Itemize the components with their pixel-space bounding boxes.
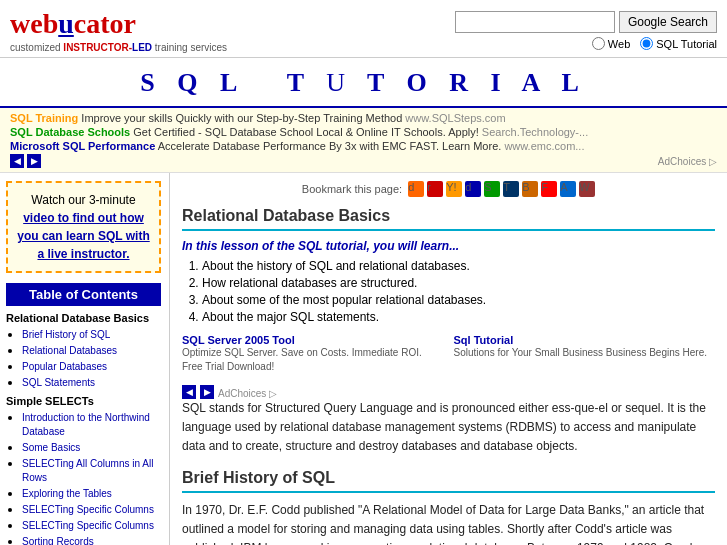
list-item: Brief History of SQL (22, 327, 161, 341)
bookmark-icon-3[interactable]: Y! (446, 181, 462, 197)
toc-section-0-items: Brief History of SQL Relational Database… (6, 327, 161, 389)
toc-link[interactable]: SELECTing Specific Columns (22, 504, 154, 515)
list-item: Some Basics (22, 440, 161, 454)
toc-link[interactable]: Popular Databases (22, 361, 107, 372)
brief-title: Brief History of SQL (182, 469, 715, 493)
bookmark-icon-2[interactable]: r (427, 181, 443, 197)
toc-heading: Table of Contents (6, 283, 161, 306)
content-ad-1: SQL Server 2005 Tool Optimize SQL Server… (182, 334, 444, 374)
sql-desc: SQL stands for Structured Query Language… (182, 399, 715, 457)
ad-url-1: www.SQLSteps.com (405, 112, 505, 124)
radio-web-label: Web (608, 38, 630, 50)
ad-link-1[interactable]: SQL Training (10, 112, 78, 124)
list-item: Exploring the Tables (22, 486, 161, 500)
ad-text-2: Get Certified - SQL Database School Loca… (133, 126, 482, 138)
bookmark-icon-1[interactable]: d (408, 181, 424, 197)
toc-section-1-items: Introduction to the Northwind Database S… (6, 410, 161, 545)
list-item: Popular Databases (22, 359, 161, 373)
logo-area: webucator customized INSTRUCTOR-LED trai… (10, 8, 227, 53)
logo-web: web (10, 8, 58, 39)
promo-line1: Watch our 3-minute (31, 193, 135, 207)
toc-section-1-title: Simple SELECTs (6, 395, 161, 407)
lesson-list: About the history of SQL and relational … (182, 259, 715, 324)
main: Watch our 3-minute video to find out how… (0, 173, 727, 545)
promo-link[interactable]: video to find out how you can learn SQL … (17, 211, 149, 261)
bookmark-icon-8[interactable]: F (541, 181, 557, 197)
logo-cator: cator (74, 8, 136, 39)
bookmark-icon-7[interactable]: B (522, 181, 538, 197)
content-ad-text-2: Solutions for Your Small Business Busine… (454, 346, 716, 360)
bookmark-icons: d r Y! d S T B F A W (408, 181, 595, 197)
tagline-led: LED (132, 42, 152, 53)
content-next-arrow[interactable]: ▶ (200, 385, 214, 399)
bookmark-icon-9[interactable]: A (560, 181, 576, 197)
toc-link[interactable]: Relational Databases (22, 345, 117, 356)
ad-choices2: AdChoices ▷ (218, 388, 277, 399)
list-item: How relational databases are structured. (202, 276, 715, 290)
list-item: Introduction to the Northwind Database (22, 410, 161, 438)
list-item: SELECTing Specific Columns (22, 502, 161, 516)
list-item: Relational Databases (22, 343, 161, 357)
nav-arrows: ◀ ▶ (10, 154, 41, 168)
list-item: About the major SQL statements. (202, 310, 715, 324)
header: webucator customized INSTRUCTOR-LED trai… (0, 0, 727, 58)
ads-bar: SQL Training Improve your skills Quickly… (0, 108, 727, 173)
search-row: Google Search (455, 11, 717, 33)
ad-line-2: SQL Database Schools Get Certified - SQL… (10, 126, 717, 138)
toc-link[interactable]: SELECTing All Columns in All Rows (22, 458, 153, 483)
radio-sql-input[interactable] (640, 37, 653, 50)
bookmark-icon-5[interactable]: S (484, 181, 500, 197)
ad-url-2: Search.Technology-... (482, 126, 588, 138)
logo-u: u (58, 8, 74, 39)
content: Bookmark this page: d r Y! d S T B F A W… (170, 173, 727, 545)
ad-choices: AdChoices ▷ (658, 156, 717, 167)
list-item: SQL Statements (22, 375, 161, 389)
toc-link[interactable]: Some Basics (22, 442, 80, 453)
brief-text: In 1970, Dr. E.F. Codd published "A Rela… (182, 501, 715, 545)
ad-url-3: www.emc.com... (504, 140, 584, 152)
toc-link[interactable]: Introduction to the Northwind Database (22, 412, 150, 437)
toc-link[interactable]: Brief History of SQL (22, 329, 110, 340)
list-item: SELECTing All Columns in All Rows (22, 456, 161, 484)
list-item: Sorting Records (22, 534, 161, 545)
sql-banner: S Q L T u t o r i a l (0, 58, 727, 108)
ad-link-2[interactable]: SQL Database Schools (10, 126, 130, 138)
banner-title: S Q L T u t o r i a l (0, 68, 727, 98)
radio-web[interactable]: Web (592, 37, 630, 50)
radio-web-input[interactable] (592, 37, 605, 50)
prev-arrow[interactable]: ◀ (10, 154, 24, 168)
next-arrow[interactable]: ▶ (27, 154, 41, 168)
radio-sql-label: SQL Tutorial (656, 38, 717, 50)
radio-row: Web SQL Tutorial (592, 37, 717, 50)
toc-section-0-title: Relational Database Basics (6, 312, 161, 324)
content-prev-arrow[interactable]: ◀ (182, 385, 196, 399)
radio-sql[interactable]: SQL Tutorial (640, 37, 717, 50)
promo-box: Watch our 3-minute video to find out how… (6, 181, 161, 273)
bookmark-icon-4[interactable]: d (465, 181, 481, 197)
bookmark-icon-10[interactable]: W (579, 181, 595, 197)
content-ad-text-1: Optimize SQL Server. Save on Costs. Imme… (182, 346, 444, 374)
content-ad-2: Sql Tutorial Solutions for Your Small Bu… (454, 334, 716, 374)
toc-link[interactable]: SQL Statements (22, 377, 95, 388)
bookmark-row: Bookmark this page: d r Y! d S T B F A W (182, 181, 715, 197)
ad-link-3[interactable]: Microsoft SQL Performance (10, 140, 155, 152)
toc-link[interactable]: Exploring the Tables (22, 488, 112, 499)
tagline-customized: customized (10, 42, 61, 53)
ad-text-1: Improve your skills Quickly with our Ste… (81, 112, 405, 124)
content-ad-title-2[interactable]: Sql Tutorial (454, 334, 716, 346)
tagline-post: training services (155, 42, 227, 53)
sidebar: Watch our 3-minute video to find out how… (0, 173, 170, 545)
search-input[interactable] (455, 11, 615, 33)
toc-link[interactable]: Sorting Records (22, 536, 94, 545)
search-button[interactable]: Google Search (619, 11, 717, 33)
logo-tagline: customized INSTRUCTOR-LED training servi… (10, 42, 227, 53)
content-ad-title-1[interactable]: SQL Server 2005 Tool (182, 334, 444, 346)
ad-text-3: Accelerate Database Performance By 3x wi… (158, 140, 505, 152)
bookmark-icon-6[interactable]: T (503, 181, 519, 197)
tagline-instructor: INSTRUCTOR- (63, 42, 132, 53)
ad-line-3: Microsoft SQL Performance Accelerate Dat… (10, 140, 717, 152)
toc-link[interactable]: SELECTing Specific Columns (22, 520, 154, 531)
ad-line-1: SQL Training Improve your skills Quickly… (10, 112, 717, 124)
content-ads: SQL Server 2005 Tool Optimize SQL Server… (182, 334, 715, 374)
list-item: SELECTing Specific Columns (22, 518, 161, 532)
